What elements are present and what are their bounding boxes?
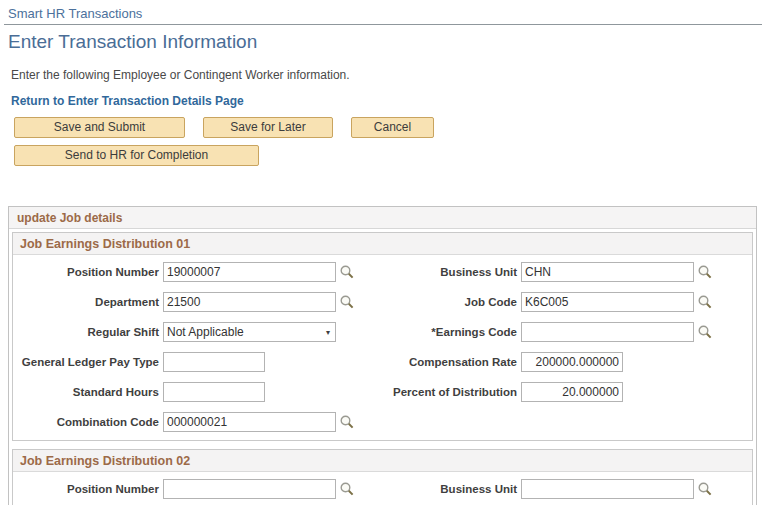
regular-shift-label: Regular Shift bbox=[17, 326, 163, 338]
percent-of-distribution-label: Percent of Distribution bbox=[361, 386, 521, 398]
percent-of-distribution-input[interactable] bbox=[521, 382, 623, 402]
business-unit-lookup-icon[interactable] bbox=[697, 264, 713, 280]
regular-shift-selected-value: Not Applicable bbox=[167, 325, 244, 339]
dropdown-arrow-icon: ▾ bbox=[326, 328, 330, 337]
job-code-input[interactable] bbox=[521, 292, 694, 312]
page-description: Enter the following Employee or Continge… bbox=[0, 53, 768, 82]
breadcrumb[interactable]: Smart HR Transactions bbox=[0, 0, 768, 24]
return-link[interactable]: Return to Enter Transaction Details Page bbox=[0, 82, 244, 108]
regular-shift-select[interactable]: Not Applicable ▾ bbox=[163, 322, 336, 342]
combination-code-lookup-icon[interactable] bbox=[339, 414, 355, 430]
position-number-label: Position Number bbox=[17, 483, 163, 495]
send-to-hr-button[interactable]: Send to HR for Completion bbox=[14, 145, 259, 166]
business-unit-input-02[interactable] bbox=[521, 479, 694, 499]
earnings-code-lookup-icon[interactable] bbox=[697, 324, 713, 340]
earnings-code-label: *Earnings Code bbox=[361, 326, 521, 338]
position-number-label: Position Number bbox=[17, 266, 163, 278]
save-and-submit-button[interactable]: Save and Submit bbox=[14, 117, 185, 138]
department-lookup-icon[interactable] bbox=[339, 294, 355, 310]
business-unit-label: Business Unit bbox=[361, 483, 521, 495]
page-title: Enter Transaction Information bbox=[0, 25, 768, 53]
compensation-rate-input[interactable] bbox=[521, 352, 623, 372]
groupbox-title: update Job details bbox=[9, 207, 756, 229]
general-ledger-pay-type-input[interactable] bbox=[163, 352, 265, 372]
standard-hours-label: Standard Hours bbox=[17, 386, 163, 398]
compensation-rate-label: Compensation Rate bbox=[361, 356, 521, 368]
toolbar: Save and Submit Save for Later Cancel Se… bbox=[0, 117, 768, 166]
business-unit-lookup-icon-02[interactable] bbox=[697, 481, 713, 497]
job-earnings-distribution-01-section: Job Earnings Distribution 01 Position Nu… bbox=[12, 232, 753, 441]
job-code-lookup-icon[interactable] bbox=[697, 294, 713, 310]
general-ledger-pay-type-label: General Ledger Pay Type bbox=[17, 356, 163, 368]
job-earnings-distribution-02-section: Job Earnings Distribution 02 Position Nu… bbox=[12, 449, 753, 505]
section-title: Job Earnings Distribution 01 bbox=[13, 233, 752, 255]
save-for-later-button[interactable]: Save for Later bbox=[203, 117, 333, 138]
standard-hours-input[interactable] bbox=[163, 382, 265, 402]
business-unit-input[interactable] bbox=[521, 262, 694, 282]
update-job-details-groupbox: update Job details Job Earnings Distribu… bbox=[8, 206, 757, 505]
job-code-label: Job Code bbox=[361, 296, 521, 308]
combination-code-input[interactable] bbox=[163, 412, 336, 432]
position-number-input[interactable] bbox=[163, 262, 336, 282]
position-number-input-02[interactable] bbox=[163, 479, 336, 499]
department-input[interactable] bbox=[163, 292, 336, 312]
combination-code-label: Combination Code bbox=[17, 416, 163, 428]
position-number-lookup-icon-02[interactable] bbox=[339, 481, 355, 497]
earnings-code-input[interactable] bbox=[521, 322, 694, 342]
cancel-button[interactable]: Cancel bbox=[351, 117, 434, 138]
department-label: Department bbox=[17, 296, 163, 308]
position-number-lookup-icon[interactable] bbox=[339, 264, 355, 280]
section-title: Job Earnings Distribution 02 bbox=[13, 450, 752, 472]
business-unit-label: Business Unit bbox=[361, 266, 521, 278]
